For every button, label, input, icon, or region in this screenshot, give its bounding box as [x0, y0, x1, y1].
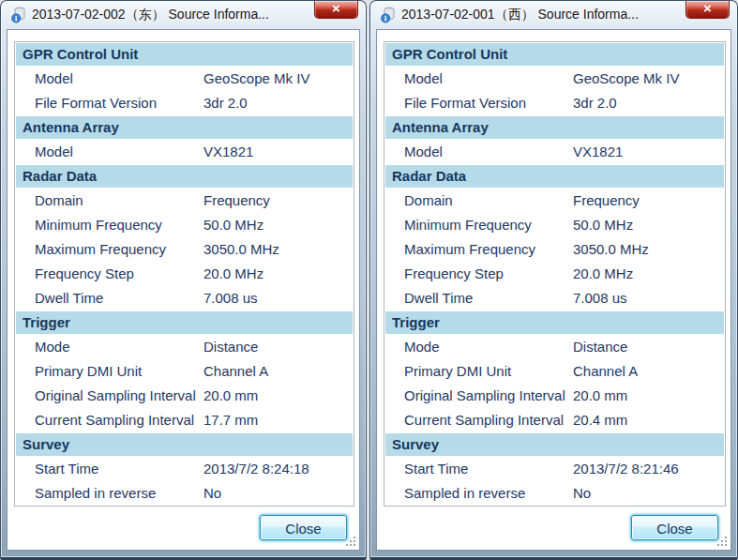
- row-label: Mode: [384, 335, 573, 359]
- row-label: Domain: [15, 189, 203, 213]
- row-label: Primary DMI Unit: [15, 359, 203, 384]
- row-value: Distance: [203, 335, 354, 359]
- row-label: Minimum Frequency: [15, 213, 203, 237]
- row-value: No: [203, 481, 354, 506]
- row-label: Minimum Frequency: [384, 213, 573, 237]
- row-label: Maximum Frequency: [15, 237, 203, 262]
- info-row: ModelGeoScope Mk IV: [15, 67, 354, 91]
- row-label: Current Sampling Interval: [384, 408, 573, 432]
- info-row: ModeDistance: [15, 335, 354, 359]
- info-row: Dwell Time7.008 us: [15, 286, 354, 310]
- info-row: File Format Version3dr 2.0: [384, 91, 725, 115]
- row-label: Original Sampling Interval: [15, 384, 203, 408]
- row-label: Frequency Step: [15, 262, 203, 286]
- close-button[interactable]: Close: [260, 515, 347, 540]
- dialog-window-west: 2013-07-02-001（西） Source Informa... × GP…: [369, 0, 738, 560]
- info-row: Frequency Step20.0 MHz: [384, 262, 725, 286]
- row-value: 20.0 MHz: [573, 262, 725, 286]
- row-label: Model: [15, 140, 203, 164]
- info-row: DomainFrequency: [384, 189, 725, 213]
- info-row: ModelVX1821: [15, 140, 354, 164]
- info-row: Sampled in reverseNo: [384, 481, 725, 506]
- info-row: Primary DMI UnitChannel A: [384, 359, 725, 384]
- row-value: 2013/7/2 8:21:46: [573, 457, 725, 481]
- row-value: 20.0 MHz: [203, 262, 354, 286]
- resize-grip[interactable]: [344, 535, 356, 547]
- row-label: File Format Version: [15, 91, 203, 115]
- row-value: 3050.0 MHz: [573, 237, 725, 262]
- info-panel: GPR Control UnitModelGeoScope Mk IVFile …: [384, 41, 726, 507]
- info-row: ModelVX1821: [384, 140, 725, 164]
- window-close-icon[interactable]: ×: [685, 1, 730, 19]
- row-label: File Format Version: [384, 91, 573, 115]
- row-label: Frequency Step: [384, 262, 573, 286]
- section-header: Radar Data: [16, 165, 353, 188]
- row-value: No: [573, 481, 725, 506]
- dialog-client-area: GPR Control UnitModelGeoScope Mk IVFile …: [376, 29, 731, 551]
- info-row: ModeDistance: [384, 335, 725, 359]
- row-value: 3050.0 MHz: [203, 237, 354, 262]
- section-header: Antenna Array: [16, 116, 353, 139]
- row-label: Sampled in reverse: [15, 481, 203, 506]
- resize-grip[interactable]: [715, 535, 728, 547]
- info-row: Minimum Frequency50.0 MHz: [15, 213, 354, 237]
- row-label: Start Time: [15, 457, 203, 481]
- section-header: GPR Control Unit: [385, 43, 724, 66]
- row-value: 50.0 MHz: [203, 213, 354, 237]
- info-row: Start Time2013/7/2 8:21:46: [384, 457, 725, 481]
- window-close-icon[interactable]: ×: [314, 1, 358, 19]
- info-row: Start Time2013/7/2 8:24:18: [15, 457, 354, 481]
- row-value: 17.7 mm: [203, 408, 354, 432]
- row-value: Distance: [573, 335, 725, 359]
- row-label: Primary DMI Unit: [384, 359, 573, 384]
- row-value: 3dr 2.0: [203, 91, 354, 115]
- row-label: Original Sampling Interval: [384, 384, 573, 408]
- row-value: Channel A: [203, 359, 354, 384]
- row-label: Dwell Time: [384, 286, 573, 310]
- window-title: 2013-07-02-002（东） Source Informa...: [32, 7, 269, 23]
- info-row: Maximum Frequency3050.0 MHz: [15, 237, 354, 262]
- info-row: Original Sampling Interval20.0 mm: [384, 384, 725, 408]
- section-header: GPR Control Unit: [16, 43, 353, 66]
- section-header: Trigger: [385, 311, 724, 334]
- row-label: Mode: [15, 335, 203, 359]
- title-bar[interactable]: 2013-07-02-001（西） Source Informa... ×: [370, 1, 737, 29]
- section-header: Radar Data: [385, 165, 724, 188]
- row-value: Channel A: [573, 359, 725, 384]
- info-row: Minimum Frequency50.0 MHz: [384, 213, 725, 237]
- row-label: Current Sampling Interval: [15, 408, 203, 432]
- row-value: Frequency: [203, 189, 354, 213]
- close-button[interactable]: Close: [631, 515, 718, 540]
- title-bar[interactable]: 2013-07-02-002（东） Source Informa... ×: [1, 1, 366, 29]
- section-header: Survey: [385, 433, 724, 456]
- row-value: 7.008 us: [573, 286, 725, 310]
- section-header: Trigger: [16, 311, 353, 334]
- app-icon: [11, 7, 27, 23]
- info-row: Frequency Step20.0 MHz: [15, 262, 354, 286]
- row-value: 7.008 us: [203, 286, 354, 310]
- row-label: Model: [384, 140, 573, 164]
- info-row: Original Sampling Interval20.0 mm: [15, 384, 354, 408]
- info-panel: GPR Control UnitModelGeoScope Mk IVFile …: [14, 41, 354, 507]
- row-label: Start Time: [384, 457, 573, 481]
- info-row: Sampled in reverseNo: [15, 481, 354, 506]
- dialog-window-east: 2013-07-02-002（东） Source Informa... × GP…: [0, 0, 367, 560]
- section-header: Survey: [16, 433, 353, 456]
- info-row: DomainFrequency: [15, 189, 354, 213]
- row-value: GeoScope Mk IV: [203, 67, 354, 91]
- row-value: 20.4 mm: [573, 408, 725, 432]
- row-value: Frequency: [573, 189, 725, 213]
- info-row: Maximum Frequency3050.0 MHz: [384, 237, 725, 262]
- row-label: Dwell Time: [15, 286, 203, 310]
- info-row: Current Sampling Interval17.7 mm: [15, 408, 354, 432]
- app-icon: [381, 7, 397, 23]
- row-label: Model: [15, 67, 203, 91]
- row-value: VX1821: [203, 140, 354, 164]
- row-label: Model: [384, 67, 573, 91]
- row-value: 20.0 mm: [573, 384, 725, 408]
- row-value: GeoScope Mk IV: [573, 67, 725, 91]
- row-value: 50.0 MHz: [573, 213, 725, 237]
- row-label: Maximum Frequency: [384, 237, 573, 262]
- row-value: 20.0 mm: [203, 384, 354, 408]
- section-header: Antenna Array: [385, 116, 724, 139]
